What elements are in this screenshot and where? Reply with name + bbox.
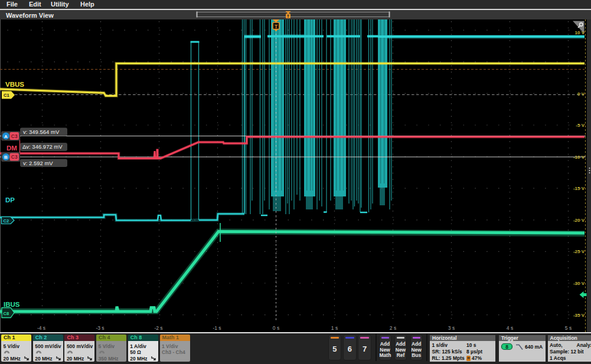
svg-text:-4 s: -4 s (37, 325, 45, 331)
svg-text:8: 8 (505, 343, 508, 349)
svg-text:-10 V: -10 V (573, 155, 585, 160)
svg-text:640 mA: 640 mA (525, 344, 543, 350)
svg-text:C2: C2 (4, 218, 9, 224)
svg-text:1 s: 1 s (331, 325, 338, 331)
svg-text:-15 V: -15 V (573, 186, 585, 191)
svg-text:IBUS: IBUS (4, 301, 20, 308)
svg-text:-3 s: -3 s (96, 325, 104, 331)
svg-text:A: A (4, 134, 8, 139)
svg-text:5 s: 5 s (565, 325, 572, 331)
svg-text:-25 V: -25 V (573, 249, 585, 254)
svg-text:-1 s: -1 s (213, 325, 221, 331)
svg-text:v: 349.564 mV: v: 349.564 mV (23, 129, 60, 135)
svg-text:2 s: 2 s (390, 325, 396, 331)
svg-text:T: T (275, 24, 278, 29)
svg-text:B: B (4, 155, 8, 160)
svg-text:C3: C3 (11, 133, 18, 139)
svg-text:-35 V: -35 V (573, 313, 585, 318)
svg-text:v: 2.592 mV: v: 2.592 mV (23, 160, 53, 166)
svg-text:DP: DP (5, 196, 15, 204)
svg-text:3 s: 3 s (448, 325, 455, 331)
svg-text:10 V: 10 V (575, 30, 585, 35)
svg-text:C8: C8 (4, 311, 9, 316)
svg-text:-2 s: -2 s (154, 325, 162, 331)
svg-text:4 s: 4 s (507, 325, 513, 331)
svg-text:-30 V: -30 V (573, 281, 585, 286)
svg-text:0 V: 0 V (577, 91, 585, 97)
svg-text:C3: C3 (11, 154, 18, 160)
svg-text:C1: C1 (4, 93, 9, 98)
svg-text:-20 V: -20 V (573, 218, 585, 223)
svg-text:-5 V: -5 V (576, 123, 585, 128)
svg-text:0 s: 0 s (273, 325, 279, 331)
svg-text:DM: DM (6, 145, 17, 152)
svg-text:VBUS: VBUS (5, 81, 24, 88)
svg-text:Δv: 346.972 mV: Δv: 346.972 mV (22, 143, 63, 150)
